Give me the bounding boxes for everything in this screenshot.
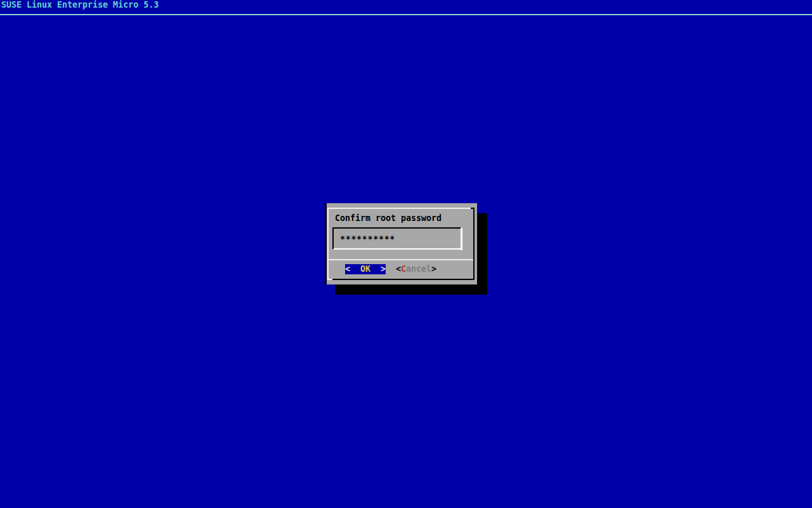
dialog-border-top [327,208,471,209]
ok-button-left-arrow: < [345,264,360,274]
confirm-root-password-dialog: Confirm root password ********** < OK > … [325,203,477,284]
ok-button-right-arrow: > [370,264,386,274]
password-input-border-bottom [334,248,462,250]
dialog-border-left [327,208,329,280]
cancel-button-close-bracket: > [431,264,436,274]
password-input-border-right [461,228,462,250]
dialog-border-right [473,208,475,280]
header-rule [0,14,812,15]
ok-button[interactable]: < OK > [345,264,386,274]
password-input[interactable]: ********** [334,229,461,248]
dialog-border-bottom-left-corner [327,279,332,280]
cancel-button[interactable]: <Cancel> [396,264,436,274]
password-masked-value: ********** [340,234,395,244]
terminal-screen: { "screen": { "title": "SUSE Linux Enter… [0,0,812,508]
cancel-button-open-bracket: < [396,264,401,274]
screen-title: SUSE Linux Enterprise Micro 5.3 [1,0,159,10]
dialog-separator [329,259,473,260]
dialog-left-edge [325,203,327,284]
cancel-button-label: ancel [406,264,431,274]
ok-button-label: OK [360,264,370,274]
dialog-border-bottom [332,279,475,280]
dialog-title: Confirm root password [335,213,442,224]
cancel-button-hotkey: C [401,264,406,274]
